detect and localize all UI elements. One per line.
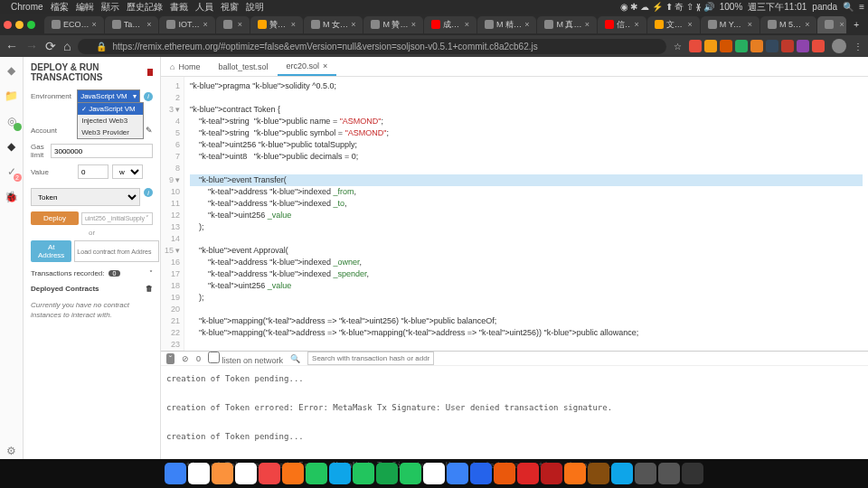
dock-app-icon[interactable]: [470, 463, 492, 484]
dock-app-icon[interactable]: [635, 463, 656, 484]
browser-tab[interactable]: M 精選案例×: [477, 16, 536, 33]
browser-tab[interactable]: ECO貸款中×: [44, 16, 104, 33]
browser-tab[interactable]: M 5分鐘創×: [760, 16, 817, 33]
dock-app-icon[interactable]: [165, 463, 186, 484]
window-traffic-lights[interactable]: [4, 21, 35, 29]
dock-app-icon[interactable]: [259, 463, 280, 484]
browser-tab[interactable]: 信聯•聯×: [598, 16, 646, 33]
terminal-toggle-icon[interactable]: ˇ: [166, 353, 175, 364]
address-bar[interactable]: 🔒 https://remix.ethereum.org/#optimize=f…: [78, 39, 666, 54]
search-icon[interactable]: 🔍: [843, 2, 854, 12]
close-icon[interactable]: ×: [323, 61, 327, 70]
terminal-search-input[interactable]: [307, 352, 434, 365]
debugger-icon[interactable]: 🐞: [4, 189, 20, 205]
lock-icon: 🔒: [96, 42, 107, 52]
dock-app-icon[interactable]: [306, 463, 327, 484]
forward-button[interactable]: →: [25, 39, 38, 53]
chrome-menu-icon[interactable]: ⋮: [854, 42, 863, 52]
remix-logo-icon[interactable]: ◆: [4, 62, 20, 79]
reload-button[interactable]: ⟳: [45, 39, 56, 53]
new-tab-button[interactable]: +: [848, 20, 864, 30]
macos-menubar[interactable]: Chrome 檔案 編輯 顯示 歷史記錄 書籤 人員 視窗 說明 ◉ ✱ ☁ ⚡…: [0, 0, 868, 14]
browser-tab[interactable]: IOTA 簡介×: [159, 16, 214, 33]
browser-tab[interactable]: 成功大學×: [424, 16, 476, 33]
env-option-injected[interactable]: Injected Web3: [78, 115, 143, 127]
browser-tab[interactable]: M 女巫攻擊×: [304, 16, 363, 33]
at-address-input[interactable]: [74, 240, 159, 262]
dock-app-icon[interactable]: [611, 463, 633, 484]
home-button[interactable]: ⌂: [63, 39, 71, 53]
back-button[interactable]: ←: [5, 39, 18, 53]
env-label: Environment: [31, 92, 73, 100]
browser-tab[interactable]: 文章總覽×: [647, 16, 700, 33]
value-input[interactable]: [78, 164, 108, 179]
deploy-args-input[interactable]: uint256 _initialSupply˅: [81, 212, 153, 225]
dock-app-icon[interactable]: [658, 463, 680, 484]
browser-tab[interactable]: Tangle 台×: [105, 16, 159, 33]
app-name[interactable]: Chrome: [11, 2, 43, 12]
browser-tab[interactable]: 贊助轉移×: [250, 16, 303, 33]
terminal-clear-icon[interactable]: ⊘: [182, 354, 189, 363]
or-text: or: [31, 229, 153, 237]
edit-icon[interactable]: ✎: [146, 126, 153, 135]
terminal: ˇ ⊘ 0 listen on network 🔍 creation of To…: [161, 351, 868, 459]
file-tab-ballot[interactable]: ballot_test.sol: [209, 59, 277, 75]
dock-app-icon[interactable]: [564, 463, 586, 484]
user-name[interactable]: panda: [812, 2, 837, 12]
browser-tab[interactable]: M 贊助企劃×: [363, 16, 422, 33]
profile-avatar[interactable]: [832, 39, 846, 53]
info-icon[interactable]: i: [144, 92, 153, 101]
environment-dropdown-menu[interactable]: JavaScript VM Injected Web3 Web3 Provide…: [77, 102, 144, 139]
browser-tab[interactable]: M Your stor×: [701, 16, 760, 33]
chevron-down-icon[interactable]: ˅: [149, 269, 153, 277]
at-address-button[interactable]: At Address: [31, 240, 71, 262]
dock-app-icon[interactable]: [376, 463, 398, 484]
panel-link-icon[interactable]: [147, 69, 153, 76]
dock-app-icon[interactable]: [235, 463, 257, 484]
home-tab[interactable]: ⌂Home: [161, 59, 209, 75]
deploy-icon[interactable]: ◆: [4, 138, 20, 155]
dock-app-icon[interactable]: [329, 463, 351, 484]
file-explorer-icon[interactable]: 📁: [4, 88, 20, 104]
dock-app-icon[interactable]: [282, 463, 304, 484]
remix-iconbar: ◆ 📁 ◎ ◆ ✓2 🐞 ⚙: [0, 57, 24, 459]
dock-app-icon[interactable]: [353, 463, 374, 484]
status-icons[interactable]: ◉ ✱ ☁ ⚡ ⬆ 奇 ⇧ ᚕ 🔊: [620, 1, 714, 14]
dock-app-icon[interactable]: [517, 463, 539, 484]
extension-icons[interactable]: [689, 40, 825, 52]
dock-app-icon[interactable]: [541, 463, 562, 484]
listen-toggle[interactable]: listen on network: [208, 352, 283, 365]
dock-app-icon[interactable]: [447, 463, 468, 484]
clock: 週三下午11:01: [748, 1, 807, 14]
analysis-icon[interactable]: ✓2: [4, 164, 20, 180]
dock-app-icon[interactable]: [188, 463, 210, 484]
compiler-icon[interactable]: ◎: [4, 113, 20, 129]
info-icon[interactable]: i: [144, 188, 153, 197]
search-icon[interactable]: 🔍: [290, 354, 300, 363]
settings-gear-icon[interactable]: ⚙: [4, 443, 20, 459]
env-option-jsvm[interactable]: JavaScript VM: [78, 103, 143, 115]
env-option-web3[interactable]: Web3 Provider: [78, 127, 143, 138]
gas-input[interactable]: [51, 144, 153, 158]
trash-icon[interactable]: 🗑: [146, 285, 153, 293]
browser-tab[interactable]: M 真狂野資×: [537, 16, 596, 33]
menu-icon[interactable]: ≡: [859, 2, 864, 12]
dock-app-icon[interactable]: [588, 463, 609, 484]
browser-tab[interactable]: M×: [216, 16, 250, 33]
environment-dropdown[interactable]: JavaScript VM▾ JavaScript VM Injected We…: [77, 89, 140, 103]
dock-app-icon[interactable]: [682, 463, 703, 484]
dock-app-icon[interactable]: [212, 463, 233, 484]
editor-area: ⌂Home ballot_test.sol erc20.sol× 123▾456…: [161, 57, 868, 459]
file-tab-erc20[interactable]: erc20.sol×: [278, 58, 337, 76]
dock-app-icon[interactable]: [400, 463, 421, 484]
macos-dock[interactable]: [0, 459, 868, 488]
star-icon[interactable]: ☆: [674, 42, 682, 52]
contract-select[interactable]: Token: [31, 188, 140, 206]
value-unit-select[interactable]: wei: [112, 164, 143, 179]
deploy-button[interactable]: Deploy: [31, 211, 79, 225]
dock-app-icon[interactable]: [423, 463, 445, 484]
browser-tab[interactable]: ×: [817, 16, 846, 33]
editor-tabs: ⌂Home ballot_test.sol erc20.sol×: [161, 57, 868, 77]
dock-app-icon[interactable]: [494, 463, 515, 484]
code-editor[interactable]: 123▾456789▾101112131415▾1617181920212223…: [161, 77, 868, 351]
